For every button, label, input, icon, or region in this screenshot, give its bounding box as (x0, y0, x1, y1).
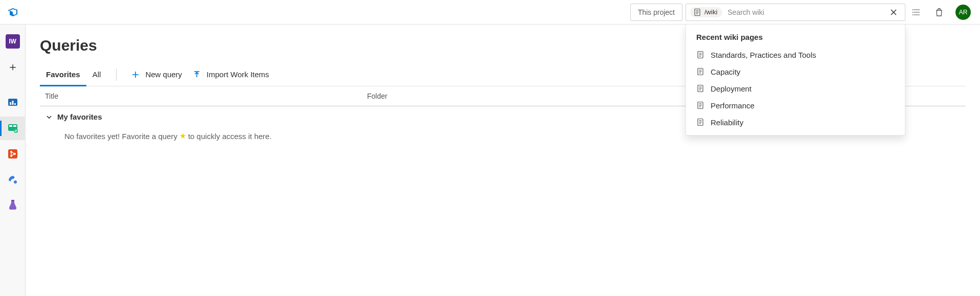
empty-text-after: to quickly access it here. (188, 132, 271, 141)
tab-favorites-label: Favorites (46, 70, 80, 79)
svg-rect-25 (10, 102, 11, 105)
boards-icon (7, 122, 19, 134)
project-initials: IW (9, 38, 16, 45)
rail-test-plans[interactable] (0, 193, 26, 217)
search-filter-label: /wiki (704, 8, 717, 16)
svg-rect-29 (9, 125, 12, 127)
dropdown-item-label: Capacity (711, 67, 740, 76)
column-header-title[interactable]: Title (40, 92, 367, 100)
dashboard-icon (7, 97, 19, 109)
product-logo[interactable] (0, 0, 26, 24)
svg-rect-30 (13, 125, 16, 127)
test-plans-icon (7, 199, 19, 211)
search-container: /wiki Recent wiki pages Standards, Pract… (686, 4, 905, 21)
search-clear-button[interactable] (886, 5, 901, 19)
page-icon (696, 84, 704, 93)
rail-repos[interactable] (0, 142, 26, 166)
project-badge: IW (6, 34, 20, 49)
dropdown-item[interactable]: Standards, Practices and Tools (686, 47, 905, 63)
svg-point-33 (10, 151, 12, 153)
svg-rect-26 (12, 101, 13, 105)
search-input[interactable] (726, 8, 882, 17)
settings-list-button[interactable] (905, 0, 928, 25)
svg-point-35 (14, 153, 16, 155)
dropdown-item[interactable]: Capacity (686, 63, 905, 80)
search-box[interactable]: /wiki (686, 4, 905, 21)
page-icon (696, 51, 704, 59)
rail-overview[interactable] (0, 91, 26, 115)
page-icon (696, 67, 704, 76)
column-header-folder[interactable]: Folder (367, 92, 388, 100)
star-icon: ★ (179, 131, 186, 141)
tab-all[interactable]: All (86, 63, 107, 86)
empty-text-before: No favorites yet! Favorite a query (64, 132, 177, 141)
search-scope-button[interactable]: This project (630, 4, 682, 21)
marketplace-button[interactable] (928, 0, 950, 25)
dropdown-item[interactable]: Deployment (686, 80, 905, 97)
page-icon (696, 101, 704, 109)
rail-project[interactable]: IW (0, 30, 26, 53)
repos-icon (7, 148, 19, 160)
dropdown-item[interactable]: Reliability (686, 114, 905, 131)
rail-boards[interactable] (0, 117, 26, 140)
tab-all-label: All (93, 70, 101, 79)
favorites-group-label: My favorites (57, 112, 102, 121)
page-icon (693, 8, 701, 16)
chevron-down-icon (45, 113, 53, 121)
svg-point-34 (10, 155, 12, 157)
tab-favorites[interactable]: Favorites (40, 63, 86, 86)
import-label: Import Work Items (207, 70, 269, 79)
dropdown-item-label: Performance (711, 101, 755, 110)
close-icon (890, 8, 898, 16)
search-filter-pill[interactable]: /wiki (690, 7, 722, 17)
user-avatar[interactable]: AR (955, 5, 971, 20)
rail-pipelines[interactable] (0, 168, 26, 191)
svg-point-36 (14, 180, 17, 184)
dropdown-item-label: Reliability (711, 118, 743, 127)
svg-rect-32 (8, 149, 17, 158)
rail-new[interactable]: ＋ (0, 55, 26, 79)
new-query-button[interactable]: New query (126, 63, 187, 86)
avatar-initials: AR (959, 9, 968, 16)
shopping-bag-icon (934, 7, 944, 17)
left-nav-rail: IW ＋ (0, 25, 26, 296)
plus-icon: ＋ (7, 59, 18, 75)
new-query-label: New query (145, 70, 182, 79)
search-scope-label: This project (638, 8, 675, 16)
page-icon (696, 118, 704, 126)
azure-devops-icon (7, 6, 19, 18)
plus-icon (131, 70, 140, 79)
list-settings-icon (911, 7, 922, 17)
pipelines-icon (7, 173, 19, 186)
dropdown-item-label: Standards, Practices and Tools (711, 51, 816, 59)
top-bar: This project /wiki Recent wiki p (0, 0, 980, 25)
dropdown-item-label: Deployment (711, 84, 751, 93)
import-icon (192, 70, 201, 79)
import-work-items-button[interactable]: Import Work Items (187, 63, 274, 86)
dropdown-item[interactable]: Performance (686, 97, 905, 114)
dropdown-header: Recent wiki pages (686, 31, 905, 47)
toolbar-divider (116, 69, 117, 81)
svg-rect-27 (14, 103, 16, 105)
search-suggestions-dropdown: Recent wiki pages Standards, Practices a… (686, 24, 905, 135)
svg-rect-37 (11, 200, 14, 201)
